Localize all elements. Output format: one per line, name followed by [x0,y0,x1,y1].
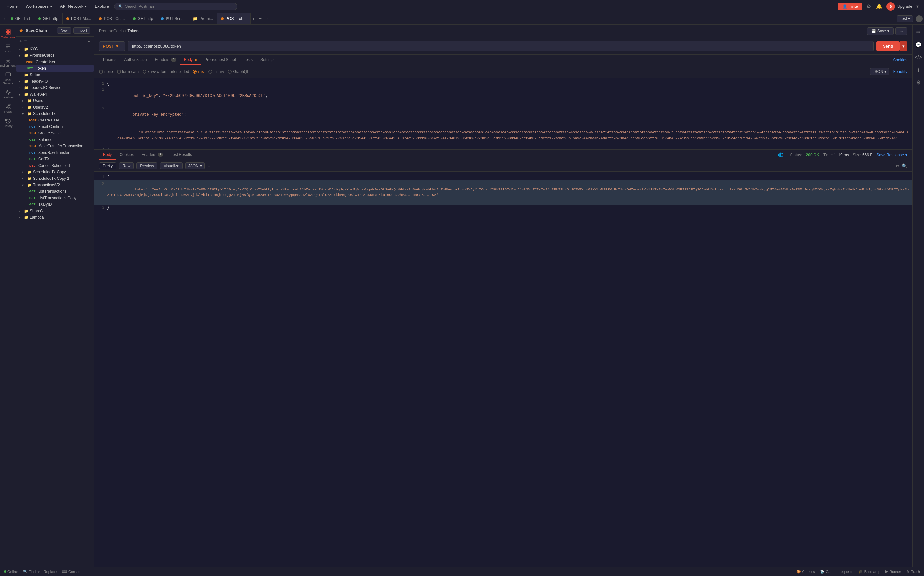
body-option-graphql[interactable]: GraphQL [228,69,249,74]
tree-request-email-confirm[interactable]: PUT Email Confirm [16,123,94,130]
more-options-icon[interactable]: ··· [86,38,90,44]
method-select[interactable]: POST ▾ [99,42,125,51]
tree-request-cancel-scheduled[interactable]: DEL Cancel Scheduled [16,162,94,169]
cookies-button[interactable]: 🍪 Cookies [796,570,815,574]
sidebar-item-mock-servers[interactable]: Mock Servers [1,70,15,87]
tree-request-maketransfer[interactable]: POST MakeTransfer Transaction [16,143,94,149]
response-tab-test-results[interactable]: Test Results [167,150,196,160]
add-collection-button[interactable]: + [19,38,22,44]
settings-icon[interactable]: ⚙ [865,2,872,11]
tree-folder-scheduledtx-copy[interactable]: › 📁 ScheduledTx Copy [16,169,94,175]
tree-folder-scheduledtx[interactable]: ▾ 📁 ScheduledTx [16,110,94,117]
tree-folder-promisecards[interactable]: ▾ 📁 PromiseCards [16,52,94,59]
nav-api-network[interactable]: API Network ▾ [58,3,90,10]
response-body[interactable]: 1 { 2 "token": "eyJhbGciOiJFUzI1NiIsInR5… [94,172,912,240]
response-tab-cookies[interactable]: Cookies [116,150,137,160]
code-icon[interactable]: </> [913,53,924,62]
tab-params[interactable]: Params [99,55,120,65]
import-button[interactable]: Import [73,27,90,34]
sidebar-item-environments[interactable]: Environments [1,56,15,69]
settings-icon[interactable]: ⚙ [914,77,923,88]
avatar[interactable]: S [886,2,895,11]
chevron-down-icon[interactable]: ▾ [915,2,920,11]
body-option-raw[interactable]: raw [193,69,204,74]
more-options-button[interactable]: ··· [895,27,907,35]
body-option-none[interactable]: none [99,69,113,74]
sidebar-item-history[interactable]: History [1,116,15,130]
console-button[interactable]: ⌨ Console [62,570,82,574]
invite-button[interactable]: 👤 Invite [838,3,862,10]
response-tab-body[interactable]: Body [99,150,116,160]
tree-request-balance[interactable]: GET Balance [16,136,94,143]
tree-request-create-user[interactable]: POST Create User [16,117,94,123]
tab-authorization[interactable]: Authorization [120,55,151,65]
tree-request-listtransactions-copy[interactable]: GET ListTransactions Copy [16,195,94,201]
tab-headers[interactable]: Headers 9 [151,55,180,65]
globe-icon[interactable]: 🌐 [778,152,783,157]
tab-settings[interactable]: Settings [257,55,278,65]
new-button[interactable]: New [57,27,71,34]
cookies-link[interactable]: Cookies [893,58,907,62]
online-status[interactable]: Online [4,570,18,574]
capture-requests-button[interactable]: 📡 Capture requests [820,570,853,574]
tab-body[interactable]: Body [180,55,201,65]
tab-put-sen[interactable]: PUT Sen... [157,13,189,24]
tab-post-token[interactable]: POST Tob... [217,13,251,24]
tab-next-button[interactable]: › [251,15,256,23]
format-raw-button[interactable]: Raw [119,162,134,170]
sidebar-item-flows[interactable]: Flows [1,102,15,115]
format-preview-button[interactable]: Preview [136,162,157,170]
tab-get-list[interactable]: GET List [7,13,34,24]
url-input[interactable] [128,41,874,51]
add-tab-button[interactable]: + [256,14,264,23]
search-bar[interactable]: 🔍 Search Postman [114,3,237,10]
bootcamp-button[interactable]: 🎓 Bootcamp [858,570,881,574]
tree-folder-usersv2[interactable]: › 📁 UsersV2 [16,104,94,110]
test-env-selector[interactable]: Test ▾ [897,15,913,22]
format-visualize-button[interactable]: Visualize [160,162,183,170]
tab-tests[interactable]: Tests [240,55,257,65]
filter-icon[interactable]: ≡ [24,38,27,44]
tree-folder-teadev-io[interactable]: › 📁 Teadev-IO [16,78,94,85]
tab-get-http2[interactable]: GET http [129,13,157,24]
tree-folder-walletapi[interactable]: ▾ 📁 WalletAPI [16,91,94,98]
info-icon[interactable]: ℹ [916,65,921,75]
tree-folder-users[interactable]: › 📁 Users [16,98,94,104]
tree-request-createuser[interactable]: POST CreateUser [16,59,94,65]
edit-icon[interactable]: ✏ [914,27,922,37]
nav-home[interactable]: Home [4,3,21,10]
copy-response-icon[interactable]: ⧉ [896,163,899,169]
collaborator-avatar[interactable] [916,15,923,22]
body-option-form-data[interactable]: form-data [117,69,139,74]
tree-folder-kyc[interactable]: › 📁 KYC [16,46,94,52]
tree-folder-lambda[interactable]: › 📁 Lambda [16,214,94,221]
response-format-selector[interactable]: JSON ▾ [185,162,205,170]
tab-post-cre[interactable]: POST Cre... [95,13,129,24]
body-option-binary[interactable]: binary [208,69,224,74]
upgrade-button[interactable]: Upgrade [897,4,912,9]
save-button[interactable]: 💾 Save ▾ [867,27,894,35]
request-body-editor[interactable]: 1 { 2 "public_key": "0x29c5C972DEa06A7D1… [94,78,912,149]
search-response-icon[interactable]: 🔍 [902,163,907,169]
runner-button[interactable]: ▶ Runner [886,570,901,574]
tree-folder-stripe[interactable]: › 📁 Stripe [16,72,94,78]
tree-folder-scheduledtx-copy2[interactable]: › 📁 ScheduledTx Copy 2 [16,175,94,182]
send-dropdown-button[interactable]: ▾ [900,42,907,51]
tree-folder-teadev-service[interactable]: › 📁 Teadev.IO Service [16,85,94,91]
breadcrumb-parent[interactable]: PromiseCards [99,29,124,34]
nav-explore[interactable]: Explore [92,3,112,10]
tree-folder-transactionsv2[interactable]: ▾ 📁 TransactionsV2 [16,182,94,188]
tab-folder-promi[interactable]: 📁 Promi... [189,13,217,24]
tree-request-txbyid[interactable]: GET TXByID [16,201,94,208]
format-pretty-button[interactable]: Pretty [99,162,116,170]
filter-icon[interactable]: ≡ [207,163,210,169]
tab-pre-request-script[interactable]: Pre-request Script [201,55,240,65]
bell-icon[interactable]: 🔔 [875,2,884,11]
tree-request-token[interactable]: GET Token [16,65,94,72]
comment-icon[interactable]: 💬 [913,40,924,50]
tree-request-listtransactions[interactable]: GET ListTransactions [16,188,94,195]
tab-get-http[interactable]: GET http [34,13,62,24]
body-option-urlencoded[interactable]: x-www-form-urlencoded [142,69,189,74]
save-response-button[interactable]: Save Response ▾ [876,153,907,157]
tab-post-ma[interactable]: POST Ma... [62,13,95,24]
